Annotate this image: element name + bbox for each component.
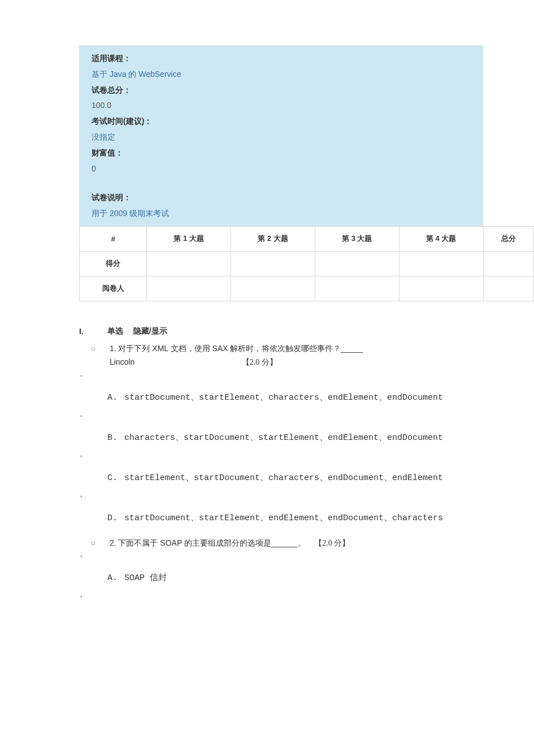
- question-bullet-icon: ○: [79, 342, 107, 356]
- option-bullet-icon: ▪: [79, 493, 534, 502]
- course-value[interactable]: 基于 Java 的 WebService: [92, 70, 181, 79]
- score-col-total: 总分: [483, 226, 533, 251]
- section-type: 单选: [107, 326, 123, 336]
- row-grader-label: 阅卷人: [80, 276, 147, 301]
- exam-info-block: 适用课程： 基于 Java 的 WebService 试卷总分： 100.0 考…: [79, 45, 483, 226]
- question-2: ○ 2. 下面不属于 SOAP 的主要组成部分的选项是______。 【2.0 …: [79, 533, 534, 554]
- option-c[interactable]: C.startElement、startDocument、characters、…: [107, 462, 534, 493]
- toggle-visibility[interactable]: 隐藏/显示: [133, 326, 167, 336]
- time-label: 考试时间(建议)：: [92, 116, 152, 126]
- table-row: 得分: [80, 251, 534, 276]
- score-col-2: 第 2 大题: [231, 226, 315, 251]
- option-bullet-icon: ▪: [79, 553, 534, 562]
- score-col-3: 第 3 大题: [315, 226, 399, 251]
- course-label: 适用课程：: [92, 54, 131, 63]
- score-col-4: 第 4 大题: [399, 226, 483, 251]
- section-numeral: I.: [79, 327, 107, 336]
- question-text: 对于下列 XML 文档，使用 SAX 解析时，将依次触发哪些事件？_____: [118, 344, 363, 353]
- desc-label: 试卷说明：: [92, 193, 131, 202]
- option-d[interactable]: D.startDocument、startElement、endElement、…: [107, 502, 534, 533]
- question-number: 2.: [110, 538, 116, 547]
- score-table: # 第 1 大题 第 2 大题 第 3 大题 第 4 大题 总分 得分 阅卷人: [79, 226, 534, 301]
- question-number: 1.: [110, 344, 116, 353]
- option-a[interactable]: A.SOAP 信封: [107, 562, 534, 593]
- option-bullet-icon: ▪: [79, 413, 534, 422]
- total-value: 100.0: [92, 101, 111, 110]
- score-col-1: 第 1 大题: [147, 226, 231, 251]
- question-subtext: Lincoln: [110, 356, 240, 369]
- row-score-label: 得分: [80, 251, 147, 276]
- desc-value: 用于 2009 级期末考试: [92, 209, 169, 218]
- option-b[interactable]: B.characters、startDocument、startElement、…: [107, 422, 534, 453]
- total-label: 试卷总分：: [92, 85, 131, 94]
- wealth-value: 0: [92, 164, 96, 173]
- question-1: ○ 1. 对于下列 XML 文档，使用 SAX 解析时，将依次触发哪些事件？__…: [79, 339, 534, 373]
- option-bullet-icon: ▪: [79, 593, 534, 602]
- score-col-hash: #: [80, 226, 147, 251]
- time-value: 没指定: [92, 132, 115, 141]
- question-text: 下面不属于 SOAP 的主要组成部分的选项是______。: [118, 538, 305, 547]
- question-score: 【2.0 分】: [242, 358, 277, 366]
- question-score: 【2.0 分】: [314, 539, 350, 547]
- option-bullet-icon: ▪: [79, 373, 534, 382]
- wealth-label: 财富值：: [92, 148, 123, 157]
- section-header: I. 单选 隐藏/显示: [79, 324, 534, 339]
- option-bullet-icon: ▪: [79, 453, 534, 462]
- option-a[interactable]: A.startDocument、startElement、characters、…: [107, 382, 534, 413]
- question-bullet-icon: ○: [79, 537, 107, 550]
- table-row: 阅卷人: [80, 276, 534, 301]
